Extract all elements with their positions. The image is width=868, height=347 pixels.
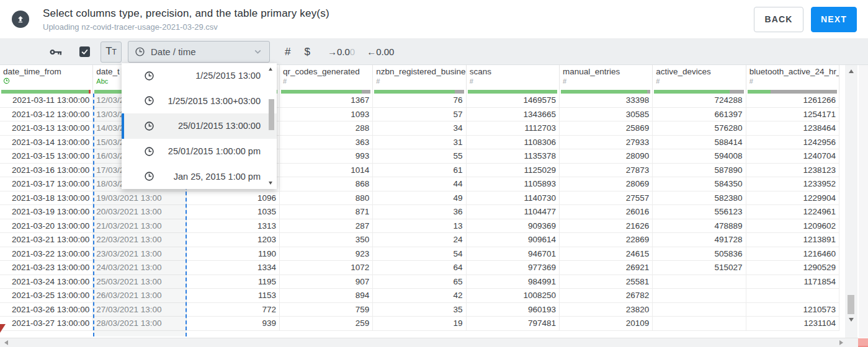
cell-active_devices[interactable]: 556123 xyxy=(653,205,746,219)
cell-bluetooth_active_24_hr_[interactable]: 1261266 xyxy=(746,94,839,107)
cell-date_t[interactable]: 19/03/2021 13:00 xyxy=(93,191,186,205)
cell-scans[interactable]: 1469575 xyxy=(467,94,560,107)
cell-bluetooth_active_24_hr_[interactable] xyxy=(746,289,839,302)
cell-manual_entries[interactable]: 30585 xyxy=(560,108,653,121)
cell-date_time_from[interactable]: 2021-03-22 13:00:00 xyxy=(0,247,93,261)
format-option[interactable]: 1/25/2015 13:00+03:00 xyxy=(122,89,277,114)
cell-bluetooth_active_24_hr_[interactable]: 1171854 xyxy=(746,275,839,289)
cell-manual_entries[interactable]: 27873 xyxy=(560,164,653,177)
column-header-nzbn_registered_busine[interactable]: nzbn_registered_busine# xyxy=(373,65,466,94)
cell-scans[interactable]: 1135378 xyxy=(467,149,560,163)
cell-bluetooth_active_24_hr_[interactable]: 1238464 xyxy=(746,121,839,135)
column-header-active_devices[interactable]: active_devices# xyxy=(653,65,746,94)
cell-manual_entries[interactable]: 22869 xyxy=(560,233,653,247)
back-button[interactable]: BACK xyxy=(754,7,803,32)
cell-date_time_from[interactable]: 2021-03-16 13:00:00 xyxy=(0,164,93,177)
cell-active_devices[interactable]: 582380 xyxy=(653,191,746,205)
column-header-date_time_from[interactable]: date_time_from xyxy=(0,65,93,94)
column-header-manual_entries[interactable]: manual_entries# xyxy=(560,65,653,94)
cell-date_t[interactable]: 22/03/2021 13:00 xyxy=(93,233,186,247)
boolean-type-checkbox[interactable] xyxy=(79,46,90,57)
column-header-scans[interactable]: scans# xyxy=(467,65,560,94)
cell-col2[interactable]: 1190 xyxy=(187,247,280,261)
cell-bluetooth_active_24_hr_[interactable]: 1210573 xyxy=(746,303,839,317)
cell-active_devices[interactable]: 661397 xyxy=(653,108,746,121)
cell-bluetooth_active_24_hr_[interactable]: 1240704 xyxy=(746,149,839,163)
format-option[interactable]: 1/25/2015 13:00 xyxy=(122,63,277,89)
cell-qr_codes_generated[interactable]: 871 xyxy=(280,205,373,219)
cell-nzbn_registered_busine[interactable]: 13 xyxy=(373,219,466,233)
increase-precision-button[interactable]: →0.00 xyxy=(328,46,355,57)
cell-nzbn_registered_busine[interactable]: 35 xyxy=(373,303,466,317)
cell-active_devices[interactable]: 587890 xyxy=(653,164,746,177)
horizontal-scrollbar[interactable] xyxy=(0,338,858,347)
cell-nzbn_registered_busine[interactable]: 61 xyxy=(373,164,466,177)
format-option[interactable]: 25/01/2015 1:00:00 pm xyxy=(122,139,277,164)
cell-col2[interactable]: 939 xyxy=(187,317,280,330)
cell-bluetooth_active_24_hr_[interactable]: 1231104 xyxy=(746,317,839,330)
cell-active_devices[interactable] xyxy=(653,303,746,317)
cell-active_devices[interactable] xyxy=(653,275,746,289)
cell-active_devices[interactable] xyxy=(653,289,746,302)
cell-active_devices[interactable]: 724288 xyxy=(653,94,746,107)
cell-active_devices[interactable]: 478889 xyxy=(653,219,746,233)
cell-scans[interactable]: 1105893 xyxy=(467,177,560,191)
cell-date_time_from[interactable]: 2021-03-13 13:00:00 xyxy=(0,121,93,135)
decrease-precision-button[interactable]: ←0.00 xyxy=(367,46,394,57)
cell-qr_codes_generated[interactable]: 880 xyxy=(280,191,373,205)
cell-scans[interactable]: 1108306 xyxy=(467,136,560,149)
dropdown-scroll-down-icon[interactable] xyxy=(269,182,272,185)
cell-manual_entries[interactable]: 21626 xyxy=(560,219,653,233)
cell-date_t[interactable]: 20/03/2021 13:00 xyxy=(93,205,186,219)
cell-date_time_from[interactable]: 2021-03-14 13:00:00 xyxy=(0,136,93,149)
vertical-scroll-thumb[interactable] xyxy=(848,295,854,314)
cell-qr_codes_generated[interactable]: 350 xyxy=(280,233,373,247)
cell-date_t[interactable]: 26/03/2021 13:00 xyxy=(93,289,186,302)
cell-manual_entries[interactable]: 26921 xyxy=(560,261,653,275)
cell-bluetooth_active_24_hr_[interactable]: 1213891 xyxy=(746,233,839,247)
cell-qr_codes_generated[interactable]: 259 xyxy=(280,317,373,330)
cell-date_time_from[interactable]: 2021-03-15 13:00:00 xyxy=(0,149,93,163)
scroll-down-arrow-icon[interactable] xyxy=(849,318,854,322)
cell-bluetooth_active_24_hr_[interactable]: 1216460 xyxy=(746,247,839,261)
cell-manual_entries[interactable]: 26782 xyxy=(560,289,653,302)
cell-manual_entries[interactable]: 25581 xyxy=(560,275,653,289)
format-option-selected[interactable]: 25/01/2015 13:00:00 xyxy=(122,113,277,139)
cell-nzbn_registered_busine[interactable]: 54 xyxy=(373,247,466,261)
cell-col2[interactable]: 1334 xyxy=(187,261,280,275)
cell-date_time_from[interactable]: 2021-03-20 13:00:00 xyxy=(0,219,93,233)
cell-scans[interactable]: 984991 xyxy=(467,275,560,289)
dropdown-scrollbar[interactable] xyxy=(267,64,275,188)
cell-qr_codes_generated[interactable]: 993 xyxy=(280,149,373,163)
cell-bluetooth_active_24_hr_[interactable]: 1238123 xyxy=(746,164,839,177)
cell-col2[interactable]: 1195 xyxy=(187,275,280,289)
cell-nzbn_registered_busine[interactable]: 57 xyxy=(373,108,466,121)
dropdown-scroll-thumb[interactable] xyxy=(269,99,274,130)
text-type-button[interactable]: TT xyxy=(101,42,122,63)
cell-date_time_from[interactable]: 2021-03-18 13:00:00 xyxy=(0,191,93,205)
cell-col2[interactable]: 1313 xyxy=(187,219,280,233)
cell-manual_entries[interactable]: 26016 xyxy=(560,205,653,219)
cell-active_devices[interactable]: 576280 xyxy=(653,121,746,135)
cell-date_time_from[interactable]: 2021-03-23 13:00:00 xyxy=(0,261,93,275)
cell-active_devices[interactable]: 588414 xyxy=(653,136,746,149)
cell-date_time_from[interactable]: 2021-03-17 13:00:00 xyxy=(0,177,93,191)
cell-qr_codes_generated[interactable]: 287 xyxy=(280,219,373,233)
cell-scans[interactable]: 1104477 xyxy=(467,205,560,219)
cell-date_t[interactable]: 25/03/2021 13:00 xyxy=(93,275,186,289)
cell-date_time_from[interactable]: 2021-03-25 13:00:00 xyxy=(0,289,93,302)
cell-bluetooth_active_24_hr_[interactable]: 1290529 xyxy=(746,261,839,275)
cell-nzbn_registered_busine[interactable]: 44 xyxy=(373,177,466,191)
integer-type-button[interactable]: # xyxy=(285,46,290,58)
cell-qr_codes_generated[interactable]: 894 xyxy=(280,289,373,302)
scroll-right-arrow-icon[interactable] xyxy=(839,340,843,345)
cell-qr_codes_generated[interactable]: 1014 xyxy=(280,164,373,177)
cell-bluetooth_active_24_hr_[interactable]: 1209602 xyxy=(746,219,839,233)
cell-bluetooth_active_24_hr_[interactable]: 1224961 xyxy=(746,205,839,219)
column-header-qr_codes_generated[interactable]: qr_codes_generated# xyxy=(280,65,373,94)
dropdown-scroll-up-icon[interactable] xyxy=(269,68,272,71)
scroll-left-arrow-icon[interactable] xyxy=(4,340,8,345)
cell-scans[interactable]: 909614 xyxy=(467,233,560,247)
cell-date_time_from[interactable]: 2021-03-24 13:00:00 xyxy=(0,275,93,289)
cell-manual_entries[interactable]: 27933 xyxy=(560,136,653,149)
